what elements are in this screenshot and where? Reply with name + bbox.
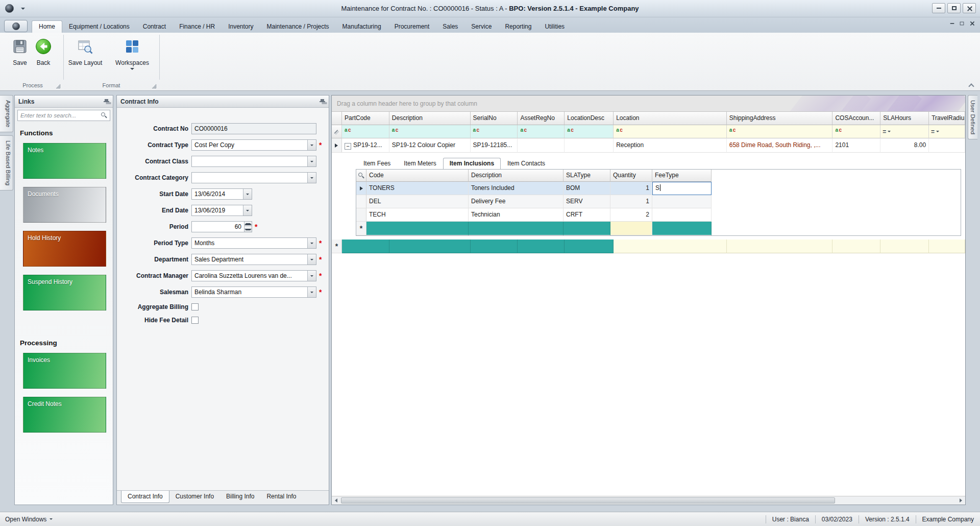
filter-cell-shippingaddress[interactable] [727, 125, 833, 138]
open-windows-button[interactable]: Open Windows [0, 516, 53, 523]
filter-cell-locationdesc[interactable] [565, 125, 614, 138]
detail-search-header[interactable] [356, 170, 366, 182]
mdi-restore-icon[interactable] [960, 21, 964, 25]
cell-feetype[interactable] [652, 195, 712, 208]
back-button[interactable]: Back [24, 36, 62, 66]
dropdown-button[interactable] [243, 189, 252, 199]
new-cell-locationdesc[interactable] [565, 240, 614, 253]
new-cell-serialno[interactable] [471, 240, 518, 253]
column-header-cosaccount[interactable]: COSAccoun... [832, 112, 880, 125]
detail-row[interactable]: DEL Delivery Fee SERV 1 [356, 195, 961, 208]
tab-equipment-locations[interactable]: Equipment / Locations [62, 21, 136, 33]
column-header-location[interactable]: Location [614, 112, 727, 125]
new-cell-description[interactable] [389, 240, 471, 253]
tab-item-fees[interactable]: Item Fees [357, 158, 397, 169]
tab-service[interactable]: Service [464, 21, 498, 33]
aggregate-billing-checkbox[interactable] [191, 303, 199, 310]
workspaces-button[interactable]: Workspaces [113, 36, 151, 70]
column-header-partcode[interactable]: PartCode [342, 112, 389, 125]
close-button[interactable] [963, 3, 976, 13]
column-header-description[interactable]: Description [389, 112, 471, 125]
column-header-shippingaddress[interactable]: ShippingAddress [727, 112, 833, 125]
detail-row[interactable]: TONERS Toners Included BOM 1 S [356, 182, 961, 195]
hold-history-button[interactable]: Hold History [23, 231, 106, 267]
tab-item-contacts[interactable]: Item Contacts [501, 158, 552, 169]
dropdown-button[interactable] [307, 238, 316, 248]
tab-sales[interactable]: Sales [436, 21, 464, 33]
search-icon[interactable] [101, 112, 107, 118]
dock-tab-life-based-billing[interactable]: Life Based Billing [0, 135, 13, 190]
restore-button[interactable] [947, 3, 961, 13]
group-by-bar[interactable]: Drag a column header here to group by th… [332, 95, 965, 112]
cell-code[interactable]: DEL [366, 195, 469, 208]
horizontal-scrollbar[interactable] [332, 496, 965, 505]
cell-cosaccount[interactable]: 2101 [832, 138, 880, 153]
detail-column-slatype[interactable]: SLAType [564, 170, 610, 182]
tab-contract[interactable]: Contract [136, 21, 173, 33]
collapse-ribbon-icon[interactable] [969, 84, 974, 87]
column-header-travelradius[interactable]: TravelRadiu... [929, 112, 965, 125]
pin-icon[interactable] [104, 99, 109, 105]
scroll-left-button[interactable] [332, 496, 340, 505]
cell-description[interactable]: Delivery Fee [469, 195, 564, 208]
cell-assetregno[interactable] [518, 138, 565, 153]
cell-location[interactable]: Reception [614, 138, 727, 153]
tab-home[interactable]: Home [32, 20, 62, 33]
mdi-close-icon[interactable] [970, 21, 974, 26]
new-cell-quantity[interactable] [610, 222, 652, 235]
filter-cell-description[interactable] [389, 125, 471, 138]
cell-feetype[interactable] [652, 208, 712, 222]
cell-partcode[interactable]: −SP19-12... [342, 138, 389, 153]
period-spinner[interactable]: 60 [191, 221, 252, 232]
search-input[interactable] [20, 112, 101, 118]
filter-cell-slahours[interactable]: = [880, 125, 929, 138]
spin-up-button[interactable] [244, 222, 252, 227]
tab-utilities[interactable]: Utilities [538, 21, 571, 33]
column-header-assetregno[interactable]: AssetRegNo [518, 112, 565, 125]
dock-tab-user-defined[interactable]: User Defined [968, 95, 977, 139]
cell-code[interactable]: TONERS [366, 182, 469, 195]
credit-notes-button[interactable]: Credit Notes [23, 397, 106, 433]
mdi-minimize-icon[interactable] [950, 23, 954, 24]
application-menu-button[interactable] [4, 20, 28, 32]
scroll-right-button[interactable] [957, 496, 965, 505]
new-cell-partcode[interactable] [342, 240, 389, 253]
cell-description[interactable]: Toners Included [469, 182, 564, 195]
cell-serialno[interactable]: SP19-12185... [471, 138, 518, 153]
tab-maintenance-projects[interactable]: Maintenance / Projects [260, 21, 336, 33]
cell-locationdesc[interactable] [565, 138, 614, 153]
tab-reporting[interactable]: Reporting [498, 21, 538, 33]
notes-button[interactable]: Notes [23, 143, 106, 179]
cell-description[interactable]: Technician [469, 208, 564, 222]
documents-button[interactable]: Documents [23, 187, 106, 223]
tab-billing-info[interactable]: Billing Info [220, 491, 260, 503]
format-dialog-launcher-icon[interactable] [152, 84, 156, 88]
cell-quantity[interactable]: 1 [610, 182, 652, 195]
cell-description[interactable]: SP19-12 Colour Copier [389, 138, 471, 153]
grid-data-row[interactable]: −SP19-12... SP19-12 Colour Copier SP19-1… [332, 138, 965, 153]
contract-category-dropdown[interactable] [191, 172, 316, 183]
detail-column-feetype[interactable]: FeeType [652, 170, 712, 182]
filter-cell-travelradius[interactable]: = [929, 125, 965, 138]
column-header-locationdesc[interactable]: LocationDesc [565, 112, 614, 125]
dropdown-button[interactable] [243, 205, 252, 216]
filter-cell-location[interactable] [614, 125, 727, 138]
tab-item-inclusions[interactable]: Item Inclusions [443, 158, 501, 169]
new-cell-description[interactable] [469, 222, 564, 235]
tab-contract-info[interactable]: Contract Info [121, 491, 169, 503]
end-date-field[interactable]: 13/06/2019 [191, 205, 252, 216]
contract-manager-dropdown[interactable]: Carolina Suzzetta Lourens van de... [191, 270, 316, 281]
period-type-dropdown[interactable]: Months [191, 237, 316, 249]
tab-rental-info[interactable]: Rental Info [260, 491, 302, 503]
cell-slatype[interactable]: SERV [564, 195, 610, 208]
process-dialog-launcher-icon[interactable] [56, 84, 60, 88]
dropdown-button[interactable] [307, 156, 316, 166]
new-cell-cosaccount[interactable] [832, 240, 880, 253]
tab-finance-hr[interactable]: Finance / HR [173, 21, 222, 33]
filter-cell-cosaccount[interactable] [832, 125, 880, 138]
new-cell-slahours[interactable] [880, 240, 929, 253]
tab-item-meters[interactable]: Item Meters [397, 158, 443, 169]
tab-procurement[interactable]: Procurement [388, 21, 436, 33]
contract-no-field[interactable]: CO0000016 [191, 123, 316, 134]
cell-feetype-editing[interactable]: S [652, 182, 712, 195]
